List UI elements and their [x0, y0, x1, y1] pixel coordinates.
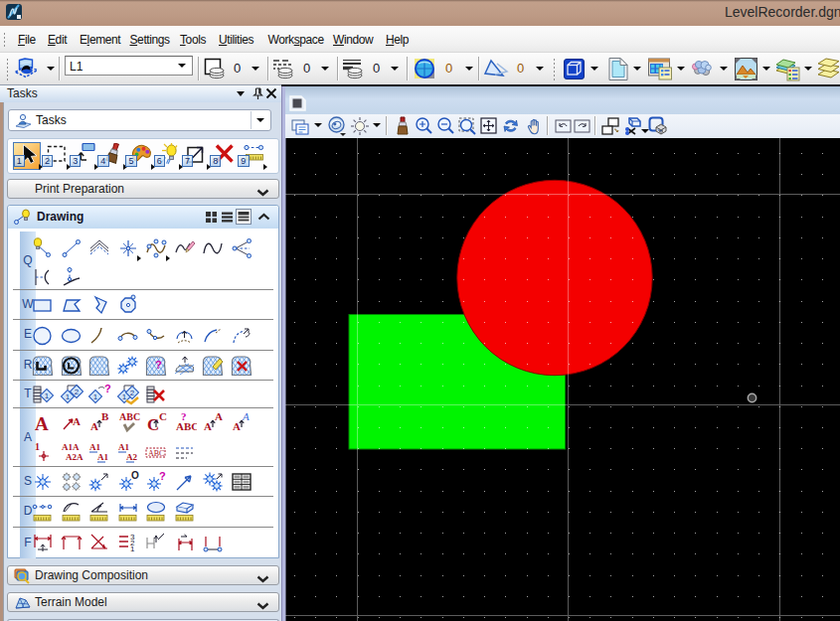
svg-text:1: 1 — [93, 392, 98, 401]
svg-text:A1: A1 — [89, 442, 100, 452]
svg-text:C: C — [159, 411, 167, 422]
svg-text:?: ? — [155, 359, 162, 371]
svg-text:A: A — [215, 411, 223, 422]
svg-text:A1A: A1A — [62, 442, 80, 452]
svg-text:1: 1 — [121, 392, 126, 401]
svg-text:O: O — [131, 470, 139, 481]
svg-text:?: ? — [104, 383, 111, 394]
svg-text:A2: A2 — [126, 452, 137, 462]
svg-text:A1: A1 — [118, 442, 129, 452]
svg-text:A: A — [73, 415, 81, 427]
svg-text:A1: A1 — [97, 452, 108, 462]
svg-text:A2A: A2A — [66, 452, 84, 462]
svg-text:C: C — [147, 415, 159, 434]
svg-text:1: 1 — [45, 391, 50, 400]
svg-text:A: A — [233, 420, 241, 432]
svg-text:2: 2 — [129, 388, 134, 397]
svg-text:ABC: ABC — [148, 448, 164, 457]
svg-text:A: A — [90, 420, 98, 432]
svg-text:1: 1 — [65, 392, 70, 401]
svg-text:?: ? — [159, 470, 166, 482]
svg-text:A: A — [242, 411, 250, 422]
svg-text:ABC: ABC — [176, 420, 197, 432]
svg-text:A: A — [35, 413, 49, 434]
svg-text:A: A — [204, 420, 212, 432]
svg-text:ABC: ABC — [119, 411, 140, 422]
svg-text:B: B — [101, 411, 109, 422]
svg-text:1: 1 — [130, 544, 135, 553]
svg-text:2: 2 — [74, 388, 79, 396]
svg-text:1: 1 — [35, 441, 40, 452]
